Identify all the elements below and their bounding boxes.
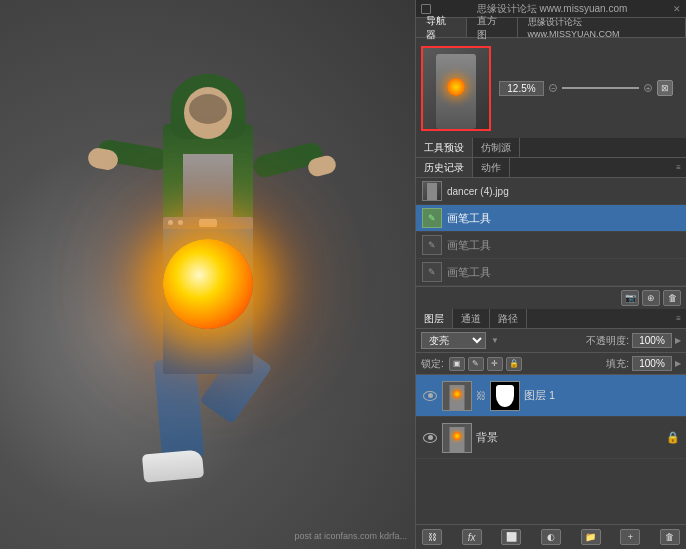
history-item-label: 画笔工具 — [447, 238, 491, 253]
blend-mode-arrow[interactable]: ▼ — [491, 336, 499, 345]
zoom-out-btn[interactable]: − — [549, 84, 557, 92]
zoom-row: 12.5% − + ⊠ — [499, 80, 673, 96]
layer-link-icon: ⛓ — [476, 390, 486, 401]
watermark: post at iconfans.com kdrfa... — [294, 531, 407, 541]
history-item-label: 画笔工具 — [447, 211, 491, 226]
fill-value[interactable]: 100% — [632, 356, 672, 371]
dancer-figure — [108, 69, 308, 549]
zoom-value-display[interactable]: 12.5% — [499, 81, 544, 96]
layer-item[interactable]: 背景 🔒 — [416, 417, 686, 459]
opacity-row: 不透明度: 100% ▶ — [586, 333, 681, 348]
layer-mask-thumbnail — [490, 381, 520, 411]
panel-collapse-btn[interactable] — [421, 4, 431, 14]
tab-paths[interactable]: 路径 — [490, 309, 527, 328]
layer-lock-icon: 🔒 — [666, 431, 680, 444]
lock-transparent-btn[interactable]: ▣ — [449, 357, 465, 371]
history-list: dancer (4).jpg ✎ 画笔工具 ✎ 画笔工具 ✎ — [416, 178, 686, 286]
layer-thumbnail — [442, 381, 472, 411]
layer-new-btn[interactable]: + — [620, 529, 640, 545]
lock-position-btn[interactable]: ✛ — [487, 357, 503, 371]
history-item-label: dancer (4).jpg — [447, 186, 509, 197]
tab-clone-source[interactable]: 仿制源 — [473, 138, 520, 157]
tab-layers[interactable]: 图层 — [416, 309, 453, 328]
nav-thumb-orb — [447, 78, 465, 96]
layers-lock-row: 锁定: ▣ ✎ ✛ 🔒 填充: 100% ▶ — [416, 353, 686, 375]
fill-row: 填充: 100% ▶ — [606, 356, 681, 371]
lock-image-btn[interactable]: ✎ — [468, 357, 484, 371]
layers-list: ⛓ 图层 1 背景 🔒 — [416, 375, 686, 524]
eye-icon — [423, 433, 437, 443]
opacity-value[interactable]: 100% — [632, 333, 672, 348]
history-item-icon: ✎ — [422, 208, 442, 228]
history-delete-btn[interactable]: 🗑 — [663, 290, 681, 306]
zoom-slider[interactable] — [562, 87, 639, 89]
history-tabs: 历史记录 动作 ≡ — [416, 158, 686, 178]
lock-label: 锁定: — [421, 357, 444, 371]
layer-link-btn[interactable]: ⛓ — [422, 529, 442, 545]
glow-orb — [163, 239, 253, 329]
tab-navigator[interactable]: 导航器 — [416, 18, 467, 37]
layer-name: 图层 1 — [524, 388, 680, 403]
nav-thumbnail — [421, 46, 491, 131]
tab-history[interactable]: 历史记录 — [416, 158, 473, 177]
history-item[interactable]: ✎ 画笔工具 — [416, 232, 686, 259]
tab-histogram[interactable]: 直方图 — [467, 18, 518, 37]
layers-tabs: 图层 通道 路径 ≡ — [416, 309, 686, 329]
eye-icon — [423, 391, 437, 401]
history-item[interactable]: ✎ 画笔工具 — [416, 259, 686, 286]
history-new-snapshot-btn[interactable]: 📷 — [621, 290, 639, 306]
tab-tool-presets[interactable]: 工具预设 — [416, 138, 473, 157]
history-item-icon: ✎ — [422, 235, 442, 255]
navigator-tabs: 导航器 直方图 思缘设计论坛 www.MISSYUAN.COM — [416, 18, 686, 38]
history-item-thumbnail — [422, 181, 442, 201]
blend-mode-select[interactable]: 变亮 — [421, 332, 486, 349]
tab-forum[interactable]: 思缘设计论坛 www.MISSYUAN.COM — [518, 18, 686, 37]
lock-icons: ▣ ✎ ✛ 🔒 — [449, 357, 522, 371]
history-new-state-btn[interactable]: ⊕ — [642, 290, 660, 306]
history-options-btn[interactable]: ≡ — [671, 158, 686, 177]
layer-group-btn[interactable]: 📁 — [581, 529, 601, 545]
history-bottom-bar: 📷 ⊕ 🗑 — [416, 286, 686, 309]
lock-all-btn[interactable]: 🔒 — [506, 357, 522, 371]
panel-close-btn[interactable]: ✕ — [673, 4, 681, 14]
zoom-in-btn[interactable]: + — [644, 84, 652, 92]
nav-fullscreen-btn[interactable]: ⊠ — [657, 80, 673, 96]
tab-actions[interactable]: 动作 — [473, 158, 510, 177]
history-item-label: 画笔工具 — [447, 265, 491, 280]
fill-label: 填充: — [606, 357, 629, 371]
tools-tabs: 工具预设 仿制源 — [416, 138, 686, 158]
layer-mask-btn[interactable]: ⬜ — [501, 529, 521, 545]
navigator-preview: 12.5% − + ⊠ — [416, 38, 686, 138]
layer-name: 背景 — [476, 430, 662, 445]
layer-adjustment-btn[interactable]: ◐ — [541, 529, 561, 545]
history-item[interactable]: ✎ 画笔工具 — [416, 205, 686, 232]
opacity-label: 不透明度: — [586, 334, 629, 348]
layers-options-btn[interactable]: ≡ — [671, 309, 686, 328]
fill-arrow[interactable]: ▶ — [675, 359, 681, 368]
layers-bottom-bar: ⛓ fx ⬜ ◐ 📁 + 🗑 — [416, 524, 686, 549]
history-item[interactable]: dancer (4).jpg — [416, 178, 686, 205]
layers-blend-row: 变亮 ▼ 不透明度: 100% ▶ — [416, 329, 686, 353]
opacity-arrow[interactable]: ▶ — [675, 336, 681, 345]
layer-fx-btn[interactable]: fx — [462, 529, 482, 545]
history-item-icon: ✎ — [422, 262, 442, 282]
right-panel: 思缘设计论坛 www.missyuan.com ✕ 导航器 直方图 思缘设计论坛… — [415, 0, 686, 549]
panel-title: 思缘设计论坛 www.missyuan.com — [431, 2, 673, 16]
layer-visibility-toggle[interactable] — [422, 388, 438, 404]
layer-delete-btn[interactable]: 🗑 — [660, 529, 680, 545]
layer-visibility-toggle[interactable] — [422, 430, 438, 446]
tab-channels[interactable]: 通道 — [453, 309, 490, 328]
canvas-area: post at iconfans.com kdrfa... — [0, 0, 415, 549]
nav-controls: 12.5% − + ⊠ — [491, 80, 681, 96]
layer-item[interactable]: ⛓ 图层 1 — [416, 375, 686, 417]
layer-thumbnail — [442, 423, 472, 453]
